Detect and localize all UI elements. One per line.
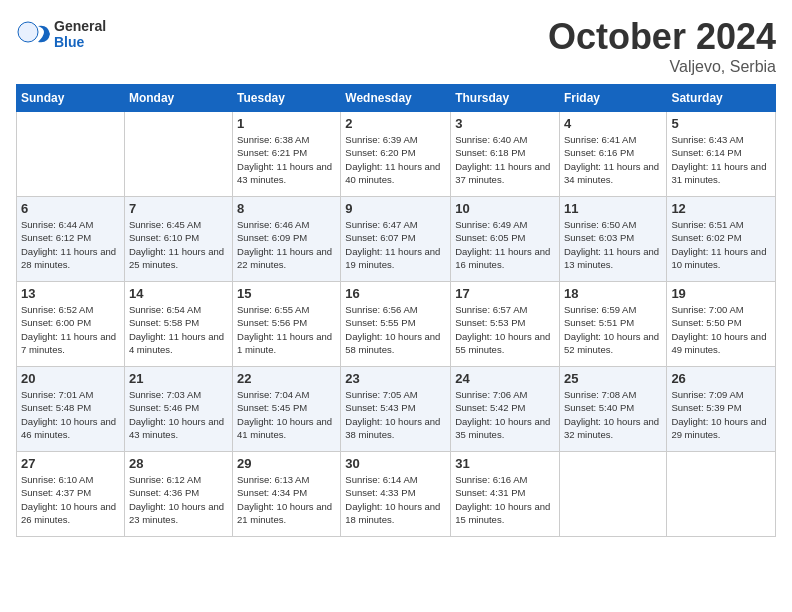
- calendar-cell: 20Sunrise: 7:01 AM Sunset: 5:48 PM Dayli…: [17, 367, 125, 452]
- calendar-cell: 6Sunrise: 6:44 AM Sunset: 6:12 PM Daylig…: [17, 197, 125, 282]
- calendar-cell: 26Sunrise: 7:09 AM Sunset: 5:39 PM Dayli…: [667, 367, 776, 452]
- logo: General Blue: [16, 16, 106, 52]
- day-info: Sunrise: 6:41 AM Sunset: 6:16 PM Dayligh…: [564, 133, 662, 186]
- day-info: Sunrise: 6:59 AM Sunset: 5:51 PM Dayligh…: [564, 303, 662, 356]
- month-title: October 2024: [548, 16, 776, 58]
- day-info: Sunrise: 6:43 AM Sunset: 6:14 PM Dayligh…: [671, 133, 771, 186]
- day-info: Sunrise: 6:38 AM Sunset: 6:21 PM Dayligh…: [237, 133, 336, 186]
- calendar-cell: 13Sunrise: 6:52 AM Sunset: 6:00 PM Dayli…: [17, 282, 125, 367]
- day-number: 6: [21, 201, 120, 216]
- page-header: General Blue October 2024 Valjevo, Serbi…: [16, 16, 776, 76]
- day-info: Sunrise: 7:06 AM Sunset: 5:42 PM Dayligh…: [455, 388, 555, 441]
- day-number: 2: [345, 116, 446, 131]
- calendar-cell: 22Sunrise: 7:04 AM Sunset: 5:45 PM Dayli…: [233, 367, 341, 452]
- day-info: Sunrise: 6:10 AM Sunset: 4:37 PM Dayligh…: [21, 473, 120, 526]
- day-info: Sunrise: 7:03 AM Sunset: 5:46 PM Dayligh…: [129, 388, 228, 441]
- day-number: 13: [21, 286, 120, 301]
- title-block: October 2024 Valjevo, Serbia: [548, 16, 776, 76]
- day-info: Sunrise: 7:01 AM Sunset: 5:48 PM Dayligh…: [21, 388, 120, 441]
- day-number: 22: [237, 371, 336, 386]
- calendar-week-row: 27Sunrise: 6:10 AM Sunset: 4:37 PM Dayli…: [17, 452, 776, 537]
- calendar-cell: [17, 112, 125, 197]
- calendar-cell: 12Sunrise: 6:51 AM Sunset: 6:02 PM Dayli…: [667, 197, 776, 282]
- day-info: Sunrise: 6:49 AM Sunset: 6:05 PM Dayligh…: [455, 218, 555, 271]
- day-number: 1: [237, 116, 336, 131]
- day-info: Sunrise: 6:12 AM Sunset: 4:36 PM Dayligh…: [129, 473, 228, 526]
- calendar-cell: 16Sunrise: 6:56 AM Sunset: 5:55 PM Dayli…: [341, 282, 451, 367]
- calendar-cell: 25Sunrise: 7:08 AM Sunset: 5:40 PM Dayli…: [559, 367, 666, 452]
- day-number: 24: [455, 371, 555, 386]
- calendar-cell: 8Sunrise: 6:46 AM Sunset: 6:09 PM Daylig…: [233, 197, 341, 282]
- calendar-cell: 2Sunrise: 6:39 AM Sunset: 6:20 PM Daylig…: [341, 112, 451, 197]
- svg-point-0: [18, 22, 38, 42]
- day-number: 23: [345, 371, 446, 386]
- day-number: 26: [671, 371, 771, 386]
- calendar-cell: 24Sunrise: 7:06 AM Sunset: 5:42 PM Dayli…: [451, 367, 560, 452]
- day-info: Sunrise: 6:44 AM Sunset: 6:12 PM Dayligh…: [21, 218, 120, 271]
- day-number: 9: [345, 201, 446, 216]
- calendar-cell: 28Sunrise: 6:12 AM Sunset: 4:36 PM Dayli…: [124, 452, 232, 537]
- day-number: 21: [129, 371, 228, 386]
- calendar-cell: 14Sunrise: 6:54 AM Sunset: 5:58 PM Dayli…: [124, 282, 232, 367]
- calendar-week-row: 13Sunrise: 6:52 AM Sunset: 6:00 PM Dayli…: [17, 282, 776, 367]
- day-number: 11: [564, 201, 662, 216]
- calendar: SundayMondayTuesdayWednesdayThursdayFrid…: [16, 84, 776, 537]
- day-number: 14: [129, 286, 228, 301]
- day-info: Sunrise: 7:00 AM Sunset: 5:50 PM Dayligh…: [671, 303, 771, 356]
- weekday-header: Thursday: [451, 85, 560, 112]
- day-number: 18: [564, 286, 662, 301]
- day-number: 17: [455, 286, 555, 301]
- day-number: 19: [671, 286, 771, 301]
- weekday-header: Tuesday: [233, 85, 341, 112]
- calendar-cell: 30Sunrise: 6:14 AM Sunset: 4:33 PM Dayli…: [341, 452, 451, 537]
- day-number: 30: [345, 456, 446, 471]
- calendar-cell: [559, 452, 666, 537]
- day-number: 12: [671, 201, 771, 216]
- weekday-header: Friday: [559, 85, 666, 112]
- calendar-cell: 7Sunrise: 6:45 AM Sunset: 6:10 PM Daylig…: [124, 197, 232, 282]
- calendar-cell: 9Sunrise: 6:47 AM Sunset: 6:07 PM Daylig…: [341, 197, 451, 282]
- weekday-header: Monday: [124, 85, 232, 112]
- day-info: Sunrise: 6:39 AM Sunset: 6:20 PM Dayligh…: [345, 133, 446, 186]
- day-info: Sunrise: 6:57 AM Sunset: 5:53 PM Dayligh…: [455, 303, 555, 356]
- location: Valjevo, Serbia: [548, 58, 776, 76]
- day-number: 16: [345, 286, 446, 301]
- calendar-cell: 18Sunrise: 6:59 AM Sunset: 5:51 PM Dayli…: [559, 282, 666, 367]
- day-number: 31: [455, 456, 555, 471]
- day-number: 28: [129, 456, 228, 471]
- day-info: Sunrise: 7:05 AM Sunset: 5:43 PM Dayligh…: [345, 388, 446, 441]
- day-number: 27: [21, 456, 120, 471]
- day-info: Sunrise: 7:08 AM Sunset: 5:40 PM Dayligh…: [564, 388, 662, 441]
- day-info: Sunrise: 6:50 AM Sunset: 6:03 PM Dayligh…: [564, 218, 662, 271]
- calendar-cell: 5Sunrise: 6:43 AM Sunset: 6:14 PM Daylig…: [667, 112, 776, 197]
- calendar-cell: 23Sunrise: 7:05 AM Sunset: 5:43 PM Dayli…: [341, 367, 451, 452]
- calendar-cell: [667, 452, 776, 537]
- day-info: Sunrise: 6:14 AM Sunset: 4:33 PM Dayligh…: [345, 473, 446, 526]
- day-info: Sunrise: 6:47 AM Sunset: 6:07 PM Dayligh…: [345, 218, 446, 271]
- day-info: Sunrise: 6:46 AM Sunset: 6:09 PM Dayligh…: [237, 218, 336, 271]
- calendar-cell: 27Sunrise: 6:10 AM Sunset: 4:37 PM Dayli…: [17, 452, 125, 537]
- day-number: 25: [564, 371, 662, 386]
- calendar-cell: 4Sunrise: 6:41 AM Sunset: 6:16 PM Daylig…: [559, 112, 666, 197]
- calendar-week-row: 6Sunrise: 6:44 AM Sunset: 6:12 PM Daylig…: [17, 197, 776, 282]
- calendar-cell: 11Sunrise: 6:50 AM Sunset: 6:03 PM Dayli…: [559, 197, 666, 282]
- logo-icon: [16, 16, 52, 52]
- weekday-header: Saturday: [667, 85, 776, 112]
- day-info: Sunrise: 6:40 AM Sunset: 6:18 PM Dayligh…: [455, 133, 555, 186]
- logo-text: General Blue: [54, 18, 106, 50]
- calendar-cell: 1Sunrise: 6:38 AM Sunset: 6:21 PM Daylig…: [233, 112, 341, 197]
- day-number: 29: [237, 456, 336, 471]
- calendar-header-row: SundayMondayTuesdayWednesdayThursdayFrid…: [17, 85, 776, 112]
- weekday-header: Sunday: [17, 85, 125, 112]
- day-info: Sunrise: 6:45 AM Sunset: 6:10 PM Dayligh…: [129, 218, 228, 271]
- day-number: 10: [455, 201, 555, 216]
- logo-general: General: [54, 18, 106, 34]
- weekday-header: Wednesday: [341, 85, 451, 112]
- day-number: 7: [129, 201, 228, 216]
- logo-blue: Blue: [54, 34, 106, 50]
- day-number: 3: [455, 116, 555, 131]
- calendar-week-row: 1Sunrise: 6:38 AM Sunset: 6:21 PM Daylig…: [17, 112, 776, 197]
- calendar-cell: 17Sunrise: 6:57 AM Sunset: 5:53 PM Dayli…: [451, 282, 560, 367]
- day-info: Sunrise: 6:16 AM Sunset: 4:31 PM Dayligh…: [455, 473, 555, 526]
- calendar-cell: 29Sunrise: 6:13 AM Sunset: 4:34 PM Dayli…: [233, 452, 341, 537]
